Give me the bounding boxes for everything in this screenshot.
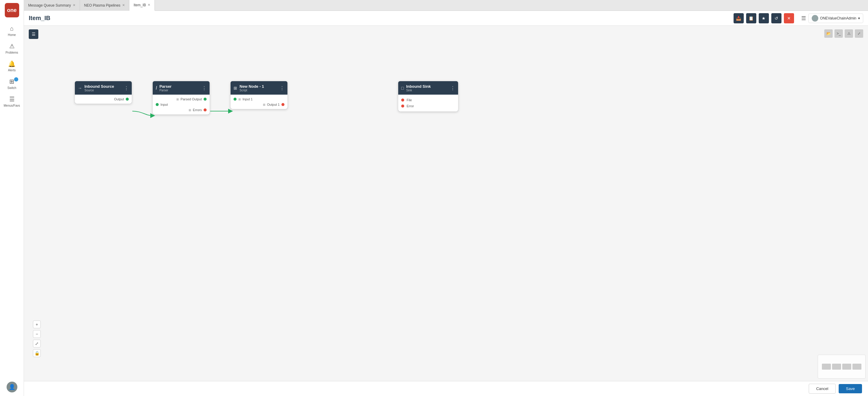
user-dropdown[interactable]: ONEValueChainAdmin ▾ — [808, 13, 863, 23]
node-inbound-sink[interactable]: □ Inbound Sink Sink ⋮ File Error — [398, 81, 458, 112]
save-button[interactable]: Save — [839, 384, 862, 393]
menus-icon: ☰ — [9, 96, 15, 103]
node-inbound-source-header: → Inbound Source Source ⋮ — [75, 81, 132, 95]
list-view-btn[interactable]: ☰ — [29, 29, 38, 39]
pipeline-canvas-wrapper: ☰ 📂 >_ ⚠ ⤢ — [24, 26, 868, 381]
error-label: Error — [407, 104, 414, 108]
sidebar-item-alerts[interactable]: 🔔 Alerts — [0, 57, 24, 75]
switch-icon: ⊞ — [9, 78, 14, 85]
node-inbound-source-body: Output — [75, 95, 132, 104]
toolbar-download-btn[interactable]: 📥 — [734, 13, 744, 23]
node-inbound-sink-name: Inbound Sink — [406, 84, 448, 89]
user-dropdown-chevron: ▾ — [858, 16, 860, 20]
canvas-toolbar-right: 📂 >_ ⚠ ⤢ — [824, 29, 863, 38]
canvas-warning-btn[interactable]: ⚠ — [845, 29, 853, 38]
errors-dot[interactable] — [204, 109, 207, 112]
node-parser-icon: I — [156, 85, 157, 91]
node-inbound-source-icon: → — [78, 86, 82, 90]
canvas-folder-btn[interactable]: 📂 — [824, 29, 833, 38]
sidebar-item-alerts-label: Alerts — [8, 69, 16, 72]
user-avatar-small — [812, 15, 818, 22]
mini-map-block-3 — [842, 364, 851, 370]
tab-item-ib-close[interactable]: ✕ — [148, 3, 150, 7]
mini-map-block-2 — [832, 364, 841, 370]
bottom-bar: Cancel Save — [24, 381, 868, 396]
toolbar-refresh-btn[interactable]: ↺ — [771, 13, 781, 23]
output-dot[interactable] — [126, 98, 129, 101]
node-parser-errors-port: ⊞ Errors — [156, 107, 207, 113]
node-inbound-sink-body: File Error — [398, 95, 458, 112]
output-1-dot[interactable] — [281, 103, 284, 106]
node-inbound-sink-title: Inbound Sink Sink — [406, 84, 448, 92]
canvas-toolbar-left: ☰ — [29, 29, 38, 39]
sidebar-item-switch[interactable]: ⊞ Switch — [0, 75, 24, 93]
header-toolbar: 📥 📋 ★ ↺ ✕ ☰ ONEValueChainAdmin ▾ — [734, 13, 863, 23]
node-parser-menu[interactable]: ⋮ — [202, 85, 207, 91]
app-logo[interactable]: one — [5, 3, 19, 18]
canvas-fit-btn[interactable]: ⤢ — [855, 29, 863, 38]
node-inbound-sink-menu[interactable]: ⋮ — [450, 85, 455, 91]
toolbar-favorite-btn[interactable]: ★ — [759, 13, 769, 23]
zoom-lock-btn[interactable]: 🔒 — [33, 349, 41, 357]
node-parser[interactable]: I Parser Parser ⋮ ⊞ Parsed Output — [153, 81, 210, 115]
node-inbound-sink-file-port: File — [401, 97, 455, 103]
mini-map — [818, 355, 866, 378]
user-avatar[interactable]: 👤 — [7, 382, 18, 392]
node-inbound-source-name: Inbound Source — [85, 84, 122, 89]
tab-item-ib[interactable]: Item_IB ✕ — [129, 0, 155, 11]
node-new-node-1[interactable]: ⊞ New Node - 1 Script ⋮ ⊞ Input 1 ⊞ — [230, 81, 287, 109]
pipeline-canvas[interactable]: → Inbound Source Source ⋮ Output — [24, 26, 868, 381]
tab-message-queue-close[interactable]: ✕ — [73, 3, 75, 7]
hamburger-menu[interactable]: ☰ — [801, 15, 806, 22]
grid-icon-input1: ⊞ — [238, 98, 241, 101]
node-inbound-source-menu[interactable]: ⋮ — [124, 85, 129, 91]
home-icon: ⌂ — [10, 25, 13, 32]
sidebar-item-switch-label: Switch — [7, 86, 16, 90]
zoom-fit-btn[interactable]: ⤢ — [33, 340, 41, 347]
grid-icon-1: ⊞ — [176, 98, 179, 101]
canvas-terminal-btn[interactable]: >_ — [834, 29, 843, 38]
node-inbound-sink-error-port: Error — [401, 103, 455, 109]
sidebar-item-menus[interactable]: ☰ Menus/Favs — [0, 93, 24, 110]
file-dot[interactable] — [401, 98, 404, 101]
input-label-parser: Input — [160, 103, 168, 106]
zoom-in-btn[interactable]: + — [33, 321, 41, 328]
logo-text: one — [7, 7, 17, 13]
sidebar-item-home[interactable]: ⌂ Home — [0, 22, 24, 39]
node-inbound-source-type: Source — [85, 89, 122, 92]
node-inbound-sink-type: Sink — [406, 89, 448, 92]
zoom-out-btn[interactable]: − — [33, 330, 41, 338]
sidebar-item-problems-label: Problems — [5, 51, 18, 54]
toolbar-close-btn[interactable]: ✕ — [784, 13, 794, 23]
error-dot[interactable] — [401, 104, 404, 108]
mini-map-block-1 — [822, 364, 831, 370]
node-inbound-source[interactable]: → Inbound Source Source ⋮ Output — [75, 81, 132, 104]
grid-icon-output1: ⊞ — [263, 103, 265, 106]
switch-badge — [14, 77, 18, 82]
node-new-node-1-title: New Node - 1 Script — [240, 84, 277, 92]
sidebar-item-problems[interactable]: ⚠ Problems — [0, 39, 24, 57]
node-new-node-1-type: Script — [240, 89, 277, 92]
tab-neo-plasma-close[interactable]: ✕ — [122, 3, 125, 7]
node-new-node-1-name: New Node - 1 — [240, 84, 277, 89]
output-label: Output — [114, 97, 124, 101]
tab-message-queue[interactable]: Message Queue Summary ✕ — [24, 0, 80, 11]
zoom-controls: + − ⤢ 🔒 — [33, 321, 41, 357]
node-new-node-1-input-port: ⊞ Input 1 — [234, 96, 284, 102]
page-header: Item_IB 📥 📋 ★ ↺ ✕ ☰ ONEValueChainAdmin ▾ — [24, 11, 868, 26]
node-inbound-source-title: Inbound Source Source — [85, 84, 122, 92]
avatar-icon: 👤 — [9, 384, 15, 390]
input-dot-new-node[interactable] — [234, 98, 237, 101]
sidebar-item-home-label: Home — [8, 33, 16, 36]
input-dot-parser[interactable] — [156, 103, 159, 106]
node-parser-title: Parser Parser — [159, 84, 199, 92]
toolbar-copy-btn[interactable]: 📋 — [746, 13, 756, 23]
node-parser-body: ⊞ Parsed Output Input ⊞ Errors — [153, 95, 210, 115]
parsed-output-dot[interactable] — [204, 98, 207, 101]
tab-neo-plasma[interactable]: NEO Plasma Pipelines ✕ — [80, 0, 129, 11]
cancel-button[interactable]: Cancel — [809, 384, 836, 394]
problems-icon: ⚠ — [9, 42, 15, 50]
parsed-output-label: Parsed Output — [181, 97, 202, 101]
node-new-node-1-menu[interactable]: ⋮ — [280, 85, 284, 91]
node-new-node-1-body: ⊞ Input 1 ⊞ Output 1 — [230, 95, 287, 109]
